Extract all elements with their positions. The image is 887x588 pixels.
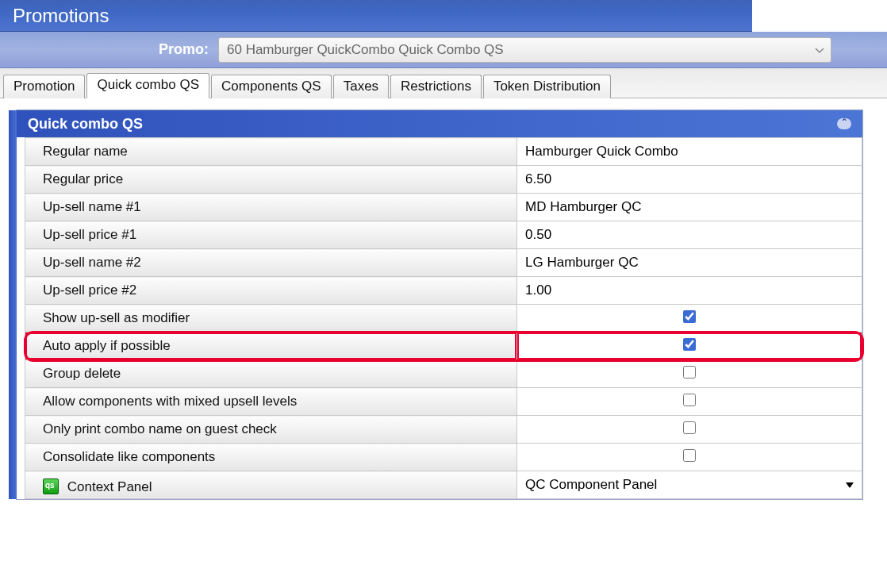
collapse-icon[interactable]: ˆ [837,118,851,129]
promo-label: Promo: [159,41,209,58]
row-upsell-name-1: Up-sell name #1 MD Hamburger QC [25,194,862,221]
value-upsell-name-1[interactable]: MD Hamburger QC [517,194,862,221]
row-show-upsell-modifier: Show up-sell as modifier [25,305,862,332]
row-upsell-price-2: Up-sell price #2 1.00 [25,277,862,305]
promo-selected-value: 60 Hamburger QuickCombo Quick Combo QS [227,42,504,58]
page-title: Promotions [13,5,109,27]
row-context-panel: Context Panel QC Component Panel [25,471,862,499]
label-upsell-price-2: Up-sell price #2 [25,277,517,305]
label-upsell-name-2: Up-sell name #2 [25,249,517,277]
section-title: Quick combo QS [28,116,143,133]
row-allow-mixed: Allow components with mixed upsell level… [25,388,862,416]
checkbox-allow-mixed[interactable] [683,394,696,406]
label-context-panel: Context Panel [25,471,517,499]
label-consolidate: Consolidate like components [25,444,517,471]
label-auto-apply: Auto apply if possible [25,332,517,360]
tab-strip: Promotion Quick combo QS Components QS T… [0,68,887,98]
checkbox-show-upsell-modifier[interactable] [683,310,696,323]
quick-combo-panel: Quick combo QS ˆ Regular name Hamburger … [16,110,863,500]
promo-dropdown[interactable]: 60 Hamburger QuickCombo Quick Combo QS [218,37,831,63]
label-regular-price: Regular price [25,166,517,194]
value-show-upsell-modifier[interactable] [517,305,862,332]
property-grid: Regular name Hamburger Quick Combo Regul… [25,137,862,499]
label-context-panel-text: Context Panel [67,479,152,494]
value-group-delete[interactable] [517,360,862,388]
checkbox-consolidate[interactable] [683,449,696,462]
dropdown-triangle-icon [846,482,854,488]
value-only-print-combo[interactable] [517,416,862,444]
checkbox-only-print-combo[interactable] [683,421,696,434]
value-context-panel[interactable]: QC Component Panel [517,471,862,499]
row-regular-name: Regular name Hamburger Quick Combo [25,138,862,166]
tab-restrictions[interactable]: Restrictions [390,75,482,98]
label-upsell-name-1: Up-sell name #1 [25,194,517,221]
value-auto-apply[interactable] [517,332,862,360]
value-allow-mixed[interactable] [517,388,862,416]
row-upsell-price-1: Up-sell price #1 0.50 [25,221,862,249]
title-bar-right-blank [752,0,887,32]
value-upsell-name-2[interactable]: LG Hamburger QC [517,249,862,277]
section-header[interactable]: Quick combo QS ˆ [17,110,862,137]
panel-wrap: Quick combo QS ˆ Regular name Hamburger … [0,98,887,511]
tab-promotion[interactable]: Promotion [3,75,85,98]
value-regular-price[interactable]: 6.50 [517,166,862,194]
promo-bar: Promo: 60 Hamburger QuickCombo Quick Com… [0,32,887,68]
value-upsell-price-2[interactable]: 1.00 [517,277,862,305]
row-regular-price: Regular price 6.50 [25,166,862,194]
checkbox-group-delete[interactable] [683,366,696,379]
dropdown-arrow-icon [815,42,824,58]
label-regular-name: Regular name [25,138,517,166]
label-show-upsell-modifier: Show up-sell as modifier [25,305,517,332]
row-upsell-name-2: Up-sell name #2 LG Hamburger QC [25,249,862,277]
value-upsell-price-1[interactable]: 0.50 [517,221,862,249]
label-allow-mixed: Allow components with mixed upsell level… [25,388,517,416]
label-only-print-combo: Only print combo name on guest check [25,416,517,444]
row-auto-apply: Auto apply if possible [25,332,862,360]
tab-token-distribution[interactable]: Token Distribution [483,75,611,98]
checkbox-auto-apply[interactable] [683,338,696,351]
label-upsell-price-1: Up-sell price #1 [25,221,517,249]
value-consolidate[interactable] [517,444,862,471]
tab-components-qs[interactable]: Components QS [211,75,332,98]
value-regular-name[interactable]: Hamburger Quick Combo [517,138,862,166]
qs-icon [43,478,59,494]
title-bar: Promotions [0,0,887,32]
row-consolidate: Consolidate like components [25,444,862,471]
label-group-delete: Group delete [25,360,517,388]
tab-quick-combo-qs[interactable]: Quick combo QS [86,73,209,98]
context-panel-selected: QC Component Panel [525,477,657,493]
tab-taxes[interactable]: Taxes [333,75,389,98]
row-group-delete: Group delete [25,360,862,388]
row-only-print-combo: Only print combo name on guest check [25,416,862,444]
